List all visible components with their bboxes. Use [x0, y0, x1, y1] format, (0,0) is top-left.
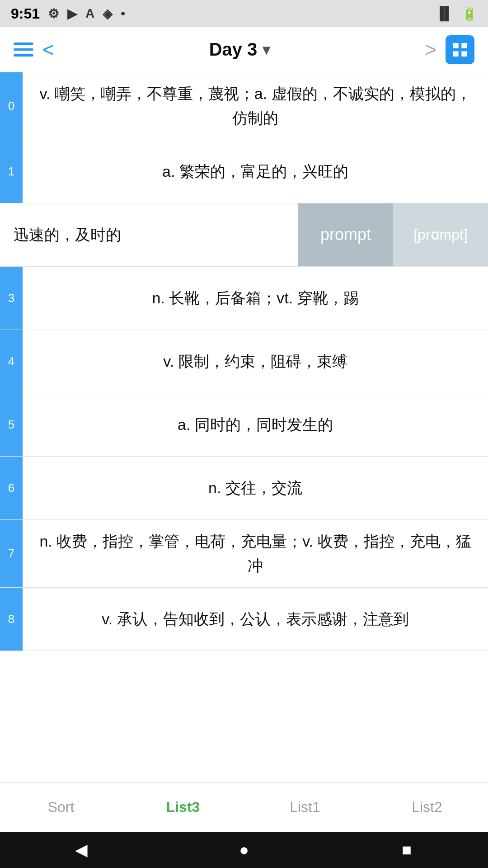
word-index-8: 8	[0, 588, 23, 651]
forward-button[interactable]: >	[425, 38, 436, 61]
word-definition-7: n. 收费，指控，掌管，电荷，充电量；v. 收费，指控，充电，猛冲	[23, 520, 488, 587]
signal-strength-icon: ▐▌	[435, 6, 453, 21]
word-definition-1: a. 繁荣的，富足的，兴旺的	[23, 140, 488, 203]
grid-view-button[interactable]	[446, 35, 474, 64]
popup-phonetic: [prɑmpt]	[393, 203, 488, 266]
word-row[interactable]: 1 a. 繁荣的，富足的，兴旺的	[0, 140, 488, 203]
system-recents-button[interactable]: ■	[389, 832, 425, 868]
tab-list1[interactable]: List1	[244, 783, 366, 832]
word-row[interactable]: 3 n. 长靴，后备箱；vt. 穿靴，踢	[0, 267, 488, 330]
word-definition-3: n. 长靴，后备箱；vt. 穿靴，踢	[23, 267, 488, 330]
tab-list2[interactable]: List2	[366, 783, 488, 832]
word-index-5: 5	[0, 393, 23, 456]
bottom-tab-bar: Sort List3 List1 List2	[0, 782, 488, 832]
settings-icon: ⚙	[48, 6, 59, 21]
nav-bar: < Day 3 ▾ >	[0, 27, 488, 72]
svg-rect-1	[461, 43, 467, 48]
play-icon: ▶	[67, 6, 77, 21]
battery-icon: 🔋	[461, 6, 477, 21]
system-nav-bar: ◀ ● ■	[0, 832, 488, 868]
word-row[interactable]: 4 v. 限制，约束，阻碍，束缚	[0, 330, 488, 393]
word-index-6: 6	[0, 457, 23, 519]
word-definition-4: v. 限制，约束，阻碍，束缚	[23, 330, 488, 393]
system-back-button[interactable]: ◀	[63, 832, 99, 868]
word-row[interactable]: 8 v. 承认，告知收到，公认，表示感谢，注意到	[0, 588, 488, 651]
word-index-0: 0	[0, 72, 23, 140]
svg-rect-3	[461, 51, 467, 57]
system-home-button[interactable]: ●	[226, 832, 262, 868]
tab-list3[interactable]: List3	[122, 783, 244, 832]
status-bar: 9:51 ⚙ ▶ A ◈ • ▐▌ 🔋	[0, 0, 488, 27]
title-dropdown-icon: ▾	[263, 41, 270, 58]
day-title: Day 3	[209, 39, 258, 60]
word-index-4: 4	[0, 330, 23, 393]
word-definition-0: v. 嘲笑，嘲弄，不尊重，蔑视；a. 虚假的，不诚实的，模拟的，仿制的	[23, 72, 488, 140]
nav-title[interactable]: Day 3 ▾	[209, 39, 270, 60]
signal-icon: ◈	[103, 6, 113, 21]
word-list: 0 v. 嘲笑，嘲弄，不尊重，蔑视；a. 虚假的，不诚实的，模拟的，仿制的 1 …	[0, 72, 488, 737]
dot-icon: •	[121, 6, 125, 21]
word-row-with-overlay[interactable]: 迅速的，及时的 prompt [prɑmpt]	[0, 203, 488, 267]
font-icon: A	[85, 6, 94, 21]
svg-rect-0	[453, 43, 459, 48]
word-popup[interactable]: prompt [prɑmpt]	[298, 203, 488, 266]
word-index-3: 3	[0, 267, 23, 330]
word-index-1: 1	[0, 140, 23, 203]
status-time: 9:51	[11, 5, 40, 22]
word-index-7: 7	[0, 520, 23, 587]
svg-rect-2	[453, 51, 459, 57]
back-button[interactable]: <	[42, 38, 54, 61]
word-row[interactable]: 0 v. 嘲笑，嘲弄，不尊重，蔑视；a. 虚假的，不诚实的，模拟的，仿制的	[0, 72, 488, 140]
word-definition-6: n. 交往，交流	[23, 457, 488, 519]
word-row[interactable]: 7 n. 收费，指控，掌管，电荷，充电量；v. 收费，指控，充电，猛冲	[0, 520, 488, 588]
popup-word[interactable]: prompt	[298, 203, 393, 266]
word-row[interactable]: 6 n. 交往，交流	[0, 457, 488, 520]
tab-sort[interactable]: Sort	[0, 783, 122, 832]
word-definition-8: v. 承认，告知收到，公认，表示感谢，注意到	[23, 588, 488, 651]
hamburger-menu-button[interactable]	[14, 42, 33, 57]
word-definition-5: a. 同时的，同时发生的	[23, 393, 488, 456]
word-row[interactable]: 5 a. 同时的，同时发生的	[0, 393, 488, 457]
